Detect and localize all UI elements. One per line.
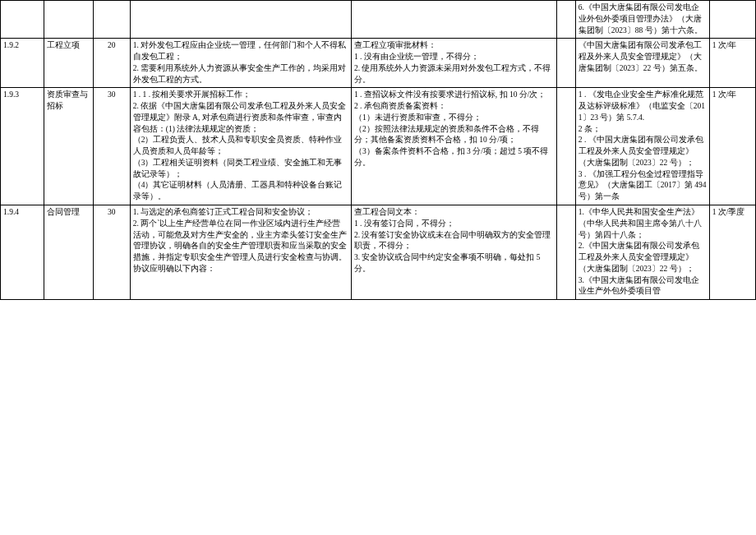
cell-name: 工程立项 [44, 39, 93, 88]
cell-c4: 1 . 1 . 按相关要求开展招标工作；2. 依据《中国大唐集团有限公司发承包工… [130, 88, 351, 205]
cell-c5: 查工程立项审批材料：1 . 没有由企业统一管理，不得分；2. 使用系统外人力资源… [351, 39, 556, 88]
cell-score: 20 [93, 39, 130, 88]
cell-c4: 1. 与选定的承包商签订正式工程合同和安全协议；2. 两个`以上生产经营单位在同… [130, 205, 351, 300]
cell-c8: 1 次/年 [709, 39, 755, 88]
cell-c8 [709, 1, 755, 39]
cell-name: 资质审查与招标 [44, 88, 93, 205]
cell-score: 30 [93, 88, 130, 205]
cell-c6 [557, 205, 576, 300]
cell-c5: 1 . 查招议标文件没有按要求进行招议标, 扣 10 分/次；2 . 承包商资质… [351, 88, 556, 205]
table-row: 6.《中国大唐集团有限公司发电企业外包外委项目管理办法》（大唐集团制〔2023〕… [1, 1, 756, 39]
cell-c4: 1. 对外发包工程应由企业统一管理，任何部门和个人不得私自发包工程；2. 需要利… [130, 39, 351, 88]
cell-c5: 查工程合同文本：1 . 没有签订合同，不得分；2. 没有签订安全协议或未在合同中… [351, 205, 556, 300]
cell-c6 [557, 88, 576, 205]
standards-table: 6.《中国大唐集团有限公司发电企业外包外委项目管理办法》（大唐集团制〔2023〕… [0, 0, 756, 300]
cell-c7: 1 . 《发电企业安全生产标准化规范及达标评级标准》（电监安全〔2011〕23 … [575, 88, 709, 205]
cell-score: 30 [93, 205, 130, 300]
cell-c5 [351, 1, 556, 39]
cell-c7: 6.《中国大唐集团有限公司发电企业外包外委项目管理办法》（大唐集团制〔2023〕… [575, 1, 709, 39]
cell-id: 1.9.4 [1, 205, 44, 300]
cell-c4 [130, 1, 351, 39]
cell-c6 [557, 1, 576, 39]
cell-id [1, 1, 44, 39]
cell-id: 1.9.2 [1, 39, 44, 88]
cell-c6 [557, 39, 576, 88]
cell-name [44, 1, 93, 39]
table-row: 1.9.2工程立项201. 对外发包工程应由企业统一管理，任何部门和个人不得私自… [1, 39, 756, 88]
cell-c7: 1.《中华人民共和国安全生产法》（中华人民共和国主席令第八十八号）第四十八条；2… [575, 205, 709, 300]
cell-score [93, 1, 130, 39]
table-row: 1.9.3资质审查与招标301 . 1 . 按相关要求开展招标工作；2. 依据《… [1, 88, 756, 205]
cell-id: 1.9.3 [1, 88, 44, 205]
cell-c8: 1 次/季度 [709, 205, 755, 300]
cell-name: 合同管理 [44, 205, 93, 300]
cell-c8: 1 次/年 [709, 88, 755, 205]
table-row: 1.9.4合同管理301. 与选定的承包商签订正式工程合同和安全协议；2. 两个… [1, 205, 756, 300]
cell-c7: 《中国大唐集团有限公司发承包工程及外来人员安全管理规定》（大唐集团制〔2023〕… [575, 39, 709, 88]
